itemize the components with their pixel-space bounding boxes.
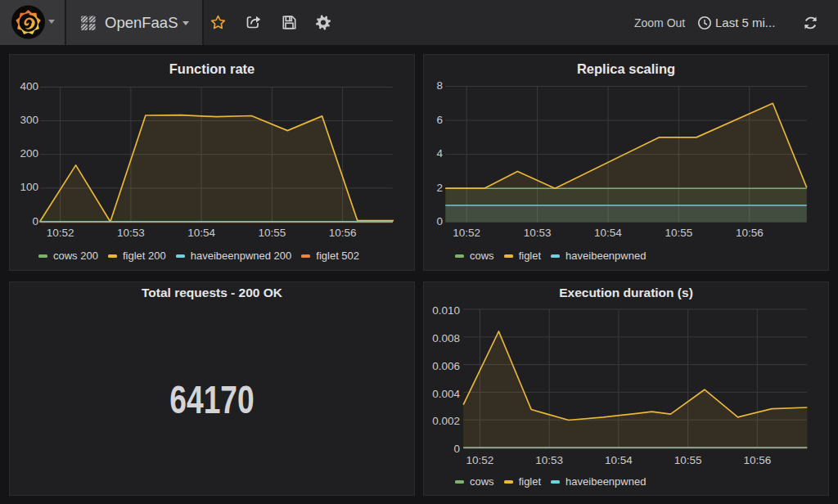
svg-text:10:56: 10:56 xyxy=(736,227,764,239)
svg-text:10:52: 10:52 xyxy=(453,227,480,239)
svg-text:0.010: 0.010 xyxy=(432,304,460,317)
svg-text:0.008: 0.008 xyxy=(432,332,460,344)
svg-text:8: 8 xyxy=(436,79,443,92)
svg-text:10:52: 10:52 xyxy=(47,227,74,239)
svg-text:6: 6 xyxy=(436,114,443,126)
svg-text:10:55: 10:55 xyxy=(665,227,693,239)
svg-text:2: 2 xyxy=(436,182,443,194)
svg-text:0.002: 0.002 xyxy=(432,415,460,427)
svg-text:10:52: 10:52 xyxy=(466,454,494,466)
svg-text:Last 5 mi...: Last 5 mi... xyxy=(715,16,775,29)
svg-text:0: 0 xyxy=(436,215,443,227)
svg-text:10:54: 10:54 xyxy=(605,454,633,466)
svg-text:400: 400 xyxy=(20,80,38,92)
svg-text:0: 0 xyxy=(453,443,460,455)
svg-text:OpenFaaS: OpenFaaS xyxy=(105,14,178,31)
svg-text:0.004: 0.004 xyxy=(432,388,460,400)
svg-text:10:56: 10:56 xyxy=(329,227,357,239)
svg-text:10:55: 10:55 xyxy=(259,227,286,239)
svg-text:10:53: 10:53 xyxy=(117,227,145,239)
svg-text:300: 300 xyxy=(20,114,38,126)
svg-text:10:53: 10:53 xyxy=(535,454,563,466)
svg-text:100: 100 xyxy=(20,181,38,193)
svg-text:200: 200 xyxy=(20,147,38,160)
svg-text:0: 0 xyxy=(32,215,38,227)
svg-text:10:53: 10:53 xyxy=(524,227,552,239)
svg-text:10:54: 10:54 xyxy=(594,227,622,239)
svg-text:0.006: 0.006 xyxy=(432,360,460,372)
svg-text:10:55: 10:55 xyxy=(674,454,702,466)
svg-text:10:54: 10:54 xyxy=(187,227,215,239)
svg-text:Zoom Out: Zoom Out xyxy=(634,16,685,29)
svg-text:4: 4 xyxy=(436,147,443,160)
svg-text:10:56: 10:56 xyxy=(743,454,771,466)
